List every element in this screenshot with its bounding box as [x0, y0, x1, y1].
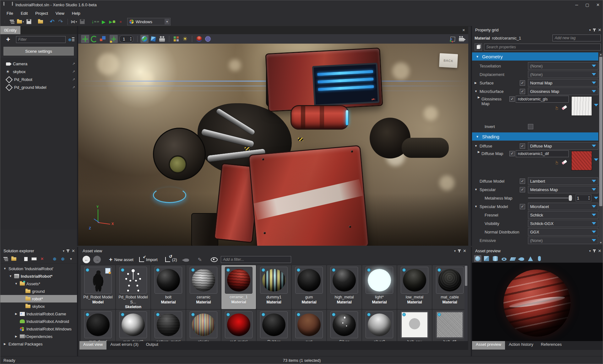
undo-icon[interactable]: ↶ [48, 18, 56, 25]
tree-expander-icon[interactable] [14, 282, 18, 285]
preview-shape-button[interactable] [492, 255, 499, 262]
diffuse-map-field[interactable] [516, 150, 569, 157]
menu-item[interactable]: View [52, 10, 68, 17]
snap-value-spinner[interactable]: 1 ▲▼ [119, 35, 133, 43]
bottom-tab[interactable]: Asset preview [472, 341, 505, 350]
pin-icon[interactable] [594, 249, 595, 252]
coordinate-space-button[interactable] [140, 35, 149, 43]
close-button[interactable]: ✕ [593, 1, 603, 9]
search-properties-input[interactable] [484, 44, 601, 51]
specular-dropdown[interactable]: Metalness Map [528, 186, 598, 193]
specular-checkbox[interactable]: ✓ [520, 187, 525, 192]
add-tag-input[interactable] [552, 35, 601, 41]
metalness-slider[interactable] [528, 197, 573, 199]
preview-shape-button[interactable] [474, 255, 481, 262]
solution-tree-item[interactable]: IndustrialRobot.Android [0, 318, 77, 325]
maximize-button[interactable]: ▢ [582, 1, 593, 9]
pin-icon[interactable] [459, 249, 460, 252]
fresnel-dropdown[interactable]: Schlick [528, 211, 598, 219]
new-folder-icon[interactable] [11, 256, 17, 261]
surface-dropdown[interactable]: Normal Map [528, 79, 598, 87]
property-pages-icon[interactable] [475, 43, 482, 51]
rename-icon[interactable] [31, 256, 37, 261]
emissive-dropdown[interactable]: (None) [528, 237, 598, 244]
scene-settings-button[interactable]: Scene settings [3, 47, 74, 56]
lighting-button[interactable]: ☀ [181, 35, 189, 43]
delete-icon[interactable]: ✕ [39, 256, 45, 261]
entity-filter-input[interactable] [16, 36, 66, 43]
pick-asset-icon[interactable]: ☞ [554, 106, 559, 110]
asset-tile[interactable]: ceramic_1 Material [221, 265, 256, 309]
section-shading[interactable]: ▼Shading [472, 132, 598, 141]
bottom-tab[interactable]: References [537, 341, 565, 350]
solution-tree-item[interactable]: IndustrialRobot.Game [0, 310, 77, 318]
camera-projection-button[interactable] [158, 35, 166, 43]
entity-link-icon[interactable]: ↗ [72, 62, 75, 66]
preview-shape-button[interactable] [518, 255, 525, 262]
pin-icon[interactable] [68, 249, 68, 252]
entity-link-icon[interactable]: ↗ [72, 78, 75, 82]
new-asset-button[interactable]: +New asset [109, 256, 133, 263]
normal-distribution-dropdown[interactable]: GGX [528, 228, 598, 236]
solution-tree-item[interactable]: External Packages [0, 340, 77, 348]
asset-tile[interactable]: high_metal Material [327, 265, 361, 309]
translate-gizmo-button[interactable] [81, 35, 89, 43]
platform-dropdown-arrow[interactable]: ▼ [165, 19, 170, 24]
tree-expander-icon[interactable] [8, 275, 13, 278]
material-preview-button[interactable] [195, 35, 203, 43]
diffuse-dropdown[interactable]: Diffuse Map [528, 142, 598, 150]
redo-icon[interactable]: ↷ [57, 18, 64, 25]
add-asset-from-file-icon[interactable]: ⊕ [60, 256, 66, 261]
panel-close-icon[interactable]: ✕ [598, 28, 601, 32]
view-options-icon[interactable] [211, 257, 218, 262]
solution-tree-item[interactable]: Solution 'IndustrialRobot' [0, 265, 77, 272]
bottom-tab[interactable]: Action history [505, 341, 537, 350]
panel-menu-icon[interactable]: ▾ [589, 249, 591, 253]
tree-expander-icon[interactable] [3, 342, 7, 345]
solution-tree-item[interactable]: IndustrialRobot.Windows [0, 325, 77, 333]
gizmo-options-button[interactable] [448, 35, 457, 43]
solution-tree-item[interactable]: Assets* [0, 280, 77, 287]
asset-tile[interactable]: mat_cable Material [432, 265, 467, 309]
section-geometry[interactable]: ▼Geometry [472, 52, 598, 61]
scale-gizmo-button[interactable] [99, 35, 107, 43]
menu-item[interactable]: Project [31, 10, 52, 17]
wireframe-globe-button[interactable] [204, 35, 212, 43]
diffuse-model-checkbox[interactable]: ✓ [520, 179, 525, 184]
specular-model-dropdown[interactable]: Microfacet [528, 203, 598, 210]
preview-shape-button[interactable] [509, 255, 517, 262]
viewport-3d[interactable]: ▮�) BACK [78, 44, 468, 246]
visibility-dropdown[interactable]: Schlick-GGX [528, 220, 598, 227]
pending-changes-button[interactable]: (2) [165, 257, 177, 262]
open-icon[interactable]: ▾ [17, 18, 24, 25]
scene-editor-close-icon[interactable]: ✕ [462, 28, 465, 32]
bottom-tab[interactable]: Asset view [79, 341, 106, 350]
build-icon[interactable]: ↓01 10 [91, 18, 99, 25]
entity-row[interactable]: Pd_Robot ↗ [0, 76, 77, 83]
platform-selector[interactable]: Windows ▼ [127, 18, 171, 25]
preview-shape-button[interactable] [483, 255, 490, 262]
solution-tree-item[interactable]: robot* [0, 295, 77, 302]
menu-item[interactable]: File [3, 10, 17, 17]
add-asset-icon[interactable]: ⊕ [52, 256, 57, 261]
solution-tree-item[interactable]: skybox [0, 302, 77, 310]
panel-close-icon[interactable]: ✕ [463, 249, 466, 253]
new-package-icon[interactable] [3, 256, 8, 261]
tree-expander-icon[interactable] [14, 335, 18, 338]
entity-link-icon[interactable]: ↗ [72, 70, 75, 74]
panel-menu-icon[interactable]: ▾ [63, 249, 64, 253]
add-entity-button[interactable]: + [3, 35, 14, 44]
save-icon[interactable] [25, 18, 33, 25]
diffuse-checkbox[interactable]: ✓ [520, 143, 525, 149]
asset-grid-scrollbar[interactable] [464, 265, 468, 346]
new-item-icon[interactable] [8, 18, 16, 25]
entity-row[interactable]: skybox ↗ [0, 68, 77, 76]
solution-tree-item[interactable]: Dependencies [0, 333, 77, 340]
specular-model-checkbox[interactable]: ✓ [520, 204, 525, 209]
solution-tree-item[interactable]: ground [0, 287, 77, 295]
import-button[interactable]: Import [139, 257, 158, 262]
diffuse-map-checkbox[interactable]: ✓ [509, 151, 515, 156]
bottom-tab[interactable]: Asset errors (3) [106, 341, 142, 350]
bottom-tab[interactable]: Output [142, 341, 162, 350]
snap-translate-button[interactable] [110, 35, 118, 43]
